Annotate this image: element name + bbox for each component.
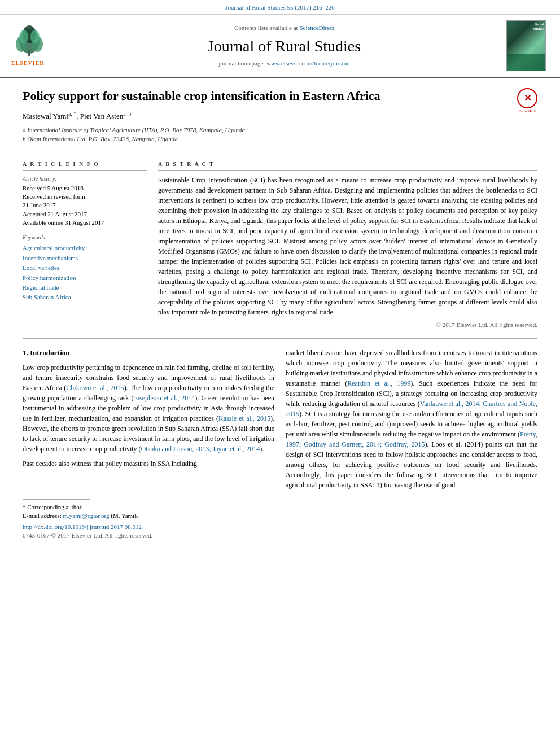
email-address: E-mail address: m.yami@cgiar.org (M. Yam… (23, 512, 537, 520)
crossmark-label: CrossMark (517, 109, 537, 115)
svg-point-6 (30, 30, 40, 43)
article-history-label: Article history: (23, 175, 147, 183)
keyword-6[interactable]: Sub Saharan Africa (23, 293, 147, 302)
keywords-section: Keywords: Agricultural productivity Ince… (23, 234, 147, 302)
article-info-abstract-section: A R T I C L E I N F O Article history: R… (0, 152, 560, 329)
ref-pretty[interactable]: Pretty, 1997; Godfray and Garnett, 2014;… (286, 430, 537, 448)
received-date: Received 5 August 2016 (23, 184, 147, 193)
crossmark-icon: ✕ (517, 88, 537, 108)
body-right-column: market liberalization have deprived smal… (286, 348, 537, 495)
journal-citation-bar: Journal of Rural Studies 55 (2017) 216–2… (0, 0, 560, 15)
abstract-column: A B S T R A C T Sustainable Crop Intensi… (158, 160, 537, 329)
elsevier-label: ELSEVIER (11, 59, 62, 67)
sciencedirect-link[interactable]: ScienceDirect (299, 24, 334, 31)
keyword-1[interactable]: Agricultural productivity (23, 244, 147, 252)
ref-kassie[interactable]: Kassie et al., 2015 (218, 414, 270, 422)
available-online-date: Available online 31 August 2017 (23, 219, 147, 227)
article-authors: Mastewal Yamia, *, Piet Van Astena, b (23, 110, 537, 122)
page: Journal of Rural Studies 55 (2017) 216–2… (0, 0, 560, 747)
journal-homepage-text: journal homepage: www.elsevier.com/locat… (62, 59, 506, 68)
affiliation-b: b Olam International Ltd, P.O. Box, 2343… (23, 134, 537, 144)
doi-anchor[interactable]: http://dx.doi.org/10.1016/j.jrurstud.201… (23, 523, 142, 530)
abstract-label: A B S T R A C T (158, 160, 537, 171)
journal-citation: Journal of Rural Studies 55 (2017) 216–2… (225, 4, 335, 11)
ref-otsuka[interactable]: Otsuka and Larson, 2013; Jayne et al., 2… (141, 445, 260, 453)
elsevier-logo-section: ELSEVIER (11, 24, 62, 67)
body-left-column: 1. Introduction Low crop productivity pe… (23, 348, 274, 495)
author2-sup: a, b (123, 111, 131, 117)
article-title: Policy support for sustainable crop inte… (23, 88, 537, 104)
journal-homepage-link[interactable]: www.elsevier.com/locate/jrurstud (266, 60, 350, 67)
keywords-label: Keywords: (23, 234, 147, 242)
author1-name: Mastewal Yami (23, 112, 68, 120)
body-section: 1. Introduction Low crop productivity pe… (0, 348, 560, 495)
accepted-date: Accepted 21 August 2017 (23, 210, 147, 219)
journal-cover-label: RuralStudies (533, 23, 544, 30)
section-divider (23, 338, 537, 339)
affiliations: a International Institute of Tropical Ag… (23, 125, 537, 144)
revised-date: Received in revised form 21 June 2017 (23, 193, 147, 210)
keywords-list: Agricultural productivity Incentive mech… (23, 244, 147, 302)
keyword-4[interactable]: Policy harmonization (23, 274, 147, 282)
article-info-label: A R T I C L E I N F O (23, 160, 147, 171)
crossmark-badge: ✕ CrossMark (517, 88, 537, 115)
journal-name-header: Journal of Rural Studies (62, 35, 506, 57)
copyright-line: © 2017 Elsevier Ltd. All rights reserved… (158, 321, 537, 329)
intro-heading: 1. Introduction (23, 348, 274, 358)
svg-point-5 (19, 30, 28, 43)
author1-sup: a, * (68, 111, 76, 117)
doi-link[interactable]: http://dx.doi.org/10.1016/j.jrurstud.201… (23, 523, 537, 531)
abstract-text: Sustainable Crop Intensification (SCI) h… (158, 175, 537, 317)
elsevier-tree-icon (11, 24, 48, 58)
corresponding-author: * Corresponding author. (23, 503, 537, 512)
ref-josephson[interactable]: Josephson et al., 2014 (133, 394, 195, 402)
footnote-section: * Corresponding author. E-mail address: … (0, 499, 560, 540)
journal-header-center: Contents lists available at ScienceDirec… (62, 24, 506, 68)
journal-cover: RuralStudies (506, 20, 549, 71)
footnote-divider (23, 499, 90, 500)
ref-vanlauwe[interactable]: Vanlauwe et al., 2014; Chartres and Nobl… (286, 400, 537, 418)
contents-available-text: Contents lists available at ScienceDirec… (62, 24, 506, 32)
affiliation-a: a International Institute of Tropical Ag… (23, 125, 537, 135)
ref-reardon[interactable]: Reardon et al., 1999 (347, 379, 410, 387)
issn-line: 0743-0167/© 2017 Elsevier Ltd. All right… (23, 531, 537, 540)
article-info-column: A R T I C L E I N F O Article history: R… (23, 160, 147, 329)
article-history-group: Article history: Received 5 August 2016 … (23, 175, 147, 228)
journal-cover-image: RuralStudies (506, 20, 546, 71)
keyword-2[interactable]: Incentive mechanisms (23, 254, 147, 263)
intro-para2: Past decades also witness that policy me… (23, 458, 274, 469)
journal-header: ELSEVIER Contents lists available at Sci… (0, 15, 560, 78)
right-col-para1: market liberalization have deprived smal… (286, 348, 537, 490)
author2-name: , Piet Van Asten (76, 112, 123, 120)
ref-chikowo[interactable]: Chikowo et al., 2015 (66, 384, 124, 392)
keyword-3[interactable]: Local varieties (23, 264, 147, 272)
article-header-section: ✕ CrossMark Policy support for sustainab… (0, 78, 560, 152)
intro-para1: Low crop productivity pertaining to depe… (23, 362, 274, 454)
keyword-5[interactable]: Regional trade (23, 283, 147, 292)
email-link[interactable]: m.yami@cgiar.org (63, 512, 109, 519)
